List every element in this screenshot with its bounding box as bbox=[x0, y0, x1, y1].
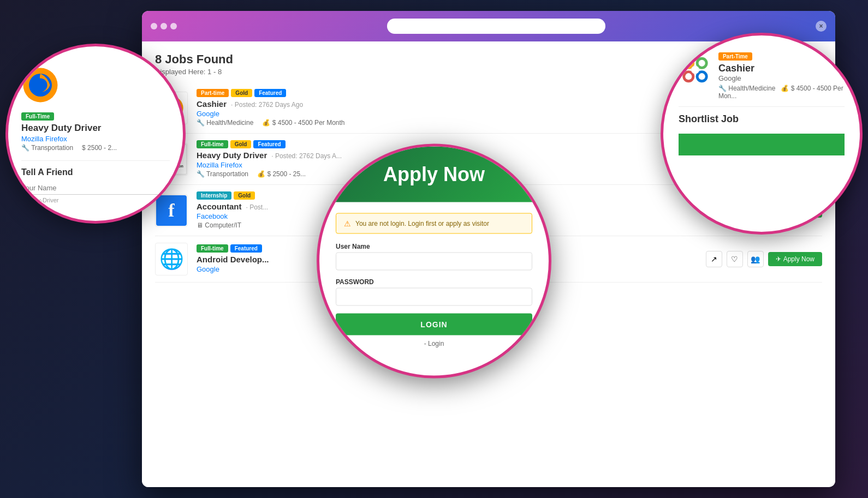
job-salary: 💰 $ 2500 - 25... bbox=[257, 170, 306, 178]
job-logo-facebook: f bbox=[155, 194, 188, 227]
shortlist-header: Part-Time Cashier Google 🔧 Health/Medici… bbox=[679, 51, 845, 100]
login-button[interactable]: LOGIN bbox=[336, 313, 532, 335]
shortlist-job-title: Cashier bbox=[718, 63, 845, 74]
shortlist-meta: 🔧 Health/Medicine 💰 $ 4500 - 4500 Per Mo… bbox=[718, 85, 845, 100]
browser-dots bbox=[151, 23, 177, 29]
job-category: 🖥 Computer/IT bbox=[197, 221, 241, 229]
job-title: Accountant bbox=[197, 202, 242, 211]
close-button[interactable]: × bbox=[816, 21, 827, 32]
badge-internship: Internship bbox=[197, 191, 231, 200]
shortlist-company: Google bbox=[718, 74, 845, 82]
job-salary: 💰 $ 4500 - 4500 Per Month bbox=[262, 119, 344, 127]
username-group: User Name bbox=[336, 242, 532, 270]
badge-fulltime: Full-time bbox=[197, 244, 228, 253]
alert-text: You are not login. Login first or apply … bbox=[355, 219, 489, 227]
alert-not-logged-in: ⚠ You are not login. Login first or appl… bbox=[336, 213, 532, 233]
tell-friend-title: Tell A Friend bbox=[21, 167, 170, 177]
browser-dot-2 bbox=[160, 23, 167, 29]
badge-gold: Gold bbox=[230, 140, 252, 148]
left-category: 🔧 Transportation bbox=[21, 144, 73, 152]
warning-icon: ⚠ bbox=[344, 219, 351, 227]
job-title: Cashier bbox=[197, 99, 227, 109]
svg-point-13 bbox=[691, 66, 699, 74]
badge-featured: Featured bbox=[254, 89, 286, 97]
left-salary: $ 2500 - 2... bbox=[82, 144, 117, 152]
badge-gold: Gold bbox=[231, 89, 252, 97]
browser-dot-3 bbox=[170, 23, 177, 29]
circle-right: ♡ Part-Time Cashier Google 🔧 Health/Medi… bbox=[661, 33, 863, 235]
your-name-input[interactable] bbox=[21, 182, 170, 195]
password-label: PASSWORD bbox=[336, 278, 532, 285]
shortlist-title: Shortlist Job bbox=[679, 106, 845, 125]
circle-center: Apply Now ⚠ You are not login. Login fir… bbox=[317, 143, 551, 378]
circle-left-content: Full-Time Heavy Duty Driver Mozilla Fire… bbox=[8, 46, 183, 217]
svg-point-4 bbox=[33, 78, 47, 92]
password-input[interactable] bbox=[336, 287, 532, 305]
tell-friend-section: Tell A Friend -y-Duty-Driver bbox=[21, 160, 170, 203]
badge-gold: Gold bbox=[234, 191, 255, 200]
tell-friend-url: -y-Duty-Driver bbox=[21, 197, 170, 203]
badge-fulltime-mini: Full-Time bbox=[21, 112, 54, 121]
username-label: User Name bbox=[336, 242, 532, 250]
share-button[interactable]: ↗ bbox=[706, 251, 722, 267]
username-input[interactable] bbox=[336, 252, 532, 270]
circle-left: Full-Time Heavy Duty Driver Mozilla Fire… bbox=[5, 44, 186, 224]
login-link[interactable]: - Login bbox=[336, 339, 532, 347]
shortlist-green-bar bbox=[679, 134, 845, 155]
badge-parttime: Part-time bbox=[197, 89, 229, 97]
heart-icon[interactable]: ♡ bbox=[828, 45, 838, 58]
address-bar[interactable] bbox=[387, 19, 605, 34]
job-posted: · Post... bbox=[246, 203, 269, 211]
job-card-mini: Full-Time Heavy Duty Driver Mozilla Fire… bbox=[21, 111, 170, 152]
shortlist-info: Part-Time Cashier Google 🔧 Health/Medici… bbox=[718, 51, 845, 100]
svg-point-10 bbox=[699, 60, 705, 67]
browser-dot-1 bbox=[151, 23, 157, 29]
password-group: PASSWORD bbox=[336, 278, 532, 305]
apply-now-button-2[interactable]: ✈ Apply Now bbox=[768, 252, 822, 266]
plane-icon-2: ✈ bbox=[776, 255, 781, 263]
svg-point-12 bbox=[699, 73, 705, 80]
badge-parttime-right: Part-Time bbox=[718, 52, 752, 61]
job-category: 🔧 Transportation bbox=[197, 170, 248, 178]
svg-point-11 bbox=[685, 73, 692, 80]
left-job-title: Heavy Duty Driver bbox=[21, 123, 170, 134]
badge-fulltime: Full-time bbox=[197, 140, 228, 148]
badge-featured: Featured bbox=[253, 140, 285, 148]
shortlist-button[interactable]: ♡ bbox=[727, 251, 743, 267]
job-actions: ↗ ♡ 👥 ✈ Apply Now bbox=[706, 251, 822, 267]
job-title: Android Develop... bbox=[197, 255, 269, 264]
badge-featured: Featured bbox=[230, 244, 262, 253]
job-logo-globe: 🌐 bbox=[155, 243, 188, 275]
job-posted: · Posted: 2762 Days A... bbox=[271, 152, 342, 160]
left-job-meta: 🔧 Transportation $ 2500 - 2... bbox=[21, 144, 170, 152]
apply-now-body: ⚠ You are not login. Login first or appl… bbox=[319, 202, 549, 358]
job-posted: · Posted: 2762 Days Ago bbox=[231, 101, 303, 109]
job-title: Heavy Duty Driver bbox=[197, 151, 267, 160]
users-button[interactable]: 👥 bbox=[747, 251, 764, 267]
apply-now-title: Apply Now bbox=[336, 163, 532, 185]
left-job-company: Mozilla Firefox bbox=[21, 135, 170, 143]
job-category: 🔧 Health/Medicine bbox=[197, 119, 253, 127]
